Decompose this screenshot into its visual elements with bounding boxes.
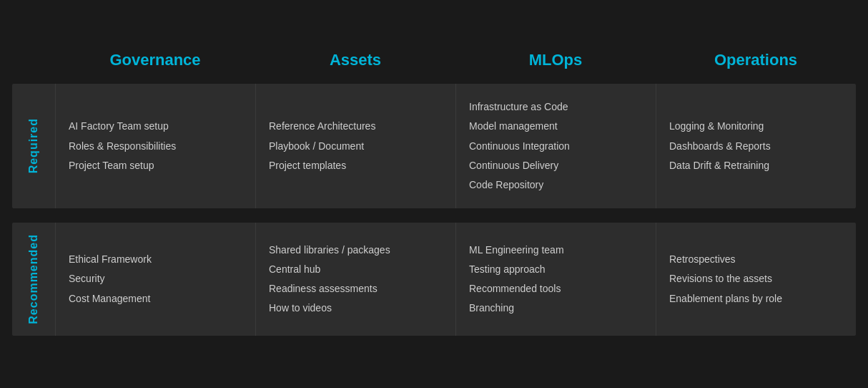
req-mlops-item-3: Continuous Integration — [469, 137, 643, 155]
req-assets-item-2: Playbook / Document — [269, 137, 443, 155]
req-ops-item-1: Logging & Monitoring — [669, 117, 843, 135]
rec-assets-item-4: How to videos — [269, 299, 443, 317]
rec-gov-item-2: Security — [69, 270, 242, 288]
rec-assets-item-1: Shared libraries / packages — [269, 241, 443, 259]
header-operations: Operations — [656, 45, 856, 78]
rec-gov-item-1: Ethical Framework — [69, 251, 242, 268]
rec-ops-item-1: Retrospectives — [669, 251, 843, 268]
rec-mlops-item-3: Recommended tools — [469, 280, 643, 298]
section-required-label: Required — [27, 118, 40, 173]
section-recommended: Recommended Ethical Framework Security C… — [12, 223, 856, 336]
rec-assets-item-2: Central hub — [269, 261, 443, 278]
header-assets: Assets — [255, 45, 455, 78]
section-recommended-label-cell: Recommended — [12, 223, 55, 336]
recommended-assets-cell: Shared libraries / packages Central hub … — [255, 223, 455, 336]
rec-ops-item-3: Enablement plans by role — [669, 290, 843, 308]
req-assets-item-3: Project templates — [269, 157, 443, 175]
rec-mlops-item-2: Testing approach — [469, 261, 643, 278]
req-assets-item-1: Reference Architectures — [269, 117, 443, 135]
rec-gov-item-3: Cost Management — [69, 290, 242, 308]
req-gov-item-2: Roles & Responsibilities — [69, 137, 242, 155]
req-ops-item-2: Dashboards & Reports — [669, 137, 843, 155]
req-gov-item-3: Project Team setup — [69, 157, 242, 175]
required-operations-cell: Logging & Monitoring Dashboards & Report… — [656, 84, 856, 208]
header-mlops: MLOps — [455, 45, 656, 78]
rec-mlops-item-4: Branching — [469, 299, 643, 317]
header-governance: Governance — [55, 45, 255, 78]
header-spacer — [12, 45, 55, 78]
rec-assets-item-3: Readiness assessments — [269, 280, 443, 298]
rec-ops-item-2: Revisions to the assets — [669, 270, 843, 288]
req-mlops-item-2: Model management — [469, 117, 643, 135]
recommended-governance-cell: Ethical Framework Security Cost Manageme… — [55, 223, 255, 336]
section-recommended-label: Recommended — [27, 234, 40, 324]
rec-mlops-item-1: ML Engineering team — [469, 241, 643, 259]
section-required: Required AI Factory Team setup Roles & R… — [12, 84, 856, 208]
required-mlops-cell: Infrastructure as Code Model management … — [455, 84, 656, 208]
req-ops-item-3: Data Drift & Retraining — [669, 157, 843, 175]
required-assets-cell: Reference Architectures Playbook / Docum… — [255, 84, 455, 208]
req-mlops-item-1: Infrastructure as Code — [469, 98, 643, 116]
required-governance-cell: AI Factory Team setup Roles & Responsibi… — [55, 84, 255, 208]
divider — [12, 215, 856, 223]
main-table: Governance Assets MLOps Operations Requi… — [12, 45, 856, 343]
req-gov-item-1: AI Factory Team setup — [69, 117, 242, 135]
section-required-label-cell: Required — [12, 84, 55, 208]
header-row: Governance Assets MLOps Operations — [12, 45, 856, 78]
recommended-mlops-cell: ML Engineering team Testing approach Rec… — [455, 223, 656, 336]
req-mlops-item-4: Continuous Delivery — [469, 157, 643, 175]
req-mlops-item-5: Code Repository — [469, 176, 643, 194]
recommended-operations-cell: Retrospectives Revisions to the assets E… — [656, 223, 856, 336]
